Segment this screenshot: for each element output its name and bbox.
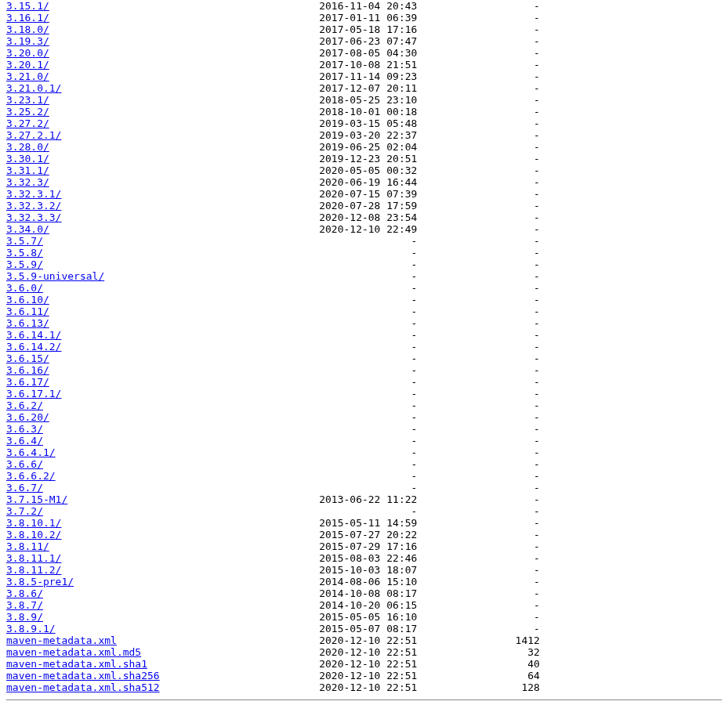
listing-link[interactable]: 3.5.9-universal/ [6,270,104,282]
listing-link[interactable]: 3.20.1/ [6,59,49,70]
listing-link[interactable]: 3.6.14.2/ [6,341,61,352]
listing-link[interactable]: 3.6.6/ [6,458,43,470]
listing-link[interactable]: 3.19.3/ [6,35,49,47]
listing-link[interactable]: 3.21.0.1/ [6,82,61,94]
listing-link[interactable]: 3.6.17/ [6,376,49,388]
listing-link[interactable]: maven-metadata.xml.sha256 [6,670,160,681]
listing-link[interactable]: 3.32.3.3/ [6,211,61,223]
listing-link[interactable]: 3.5.9/ [6,258,43,270]
listing-link[interactable]: 3.8.11.2/ [6,564,61,576]
listing-link[interactable]: 3.8.10.2/ [6,529,61,540]
listing-link[interactable]: maven-metadata.xml [6,634,117,646]
listing-link[interactable]: 3.6.0/ [6,282,43,294]
listing-link[interactable]: 3.6.20/ [6,411,49,423]
footer-divider [6,700,722,700]
listing-link[interactable]: 3.32.3.1/ [6,188,61,200]
listing-link[interactable]: 3.7.2/ [6,505,43,517]
listing-link[interactable]: 3.32.3.2/ [6,200,61,211]
listing-link[interactable]: 3.31.1/ [6,164,49,176]
listing-link[interactable]: 3.7.15-M1/ [6,493,67,505]
listing-link[interactable]: 3.18.0/ [6,23,49,35]
listing-link[interactable]: 3.6.15/ [6,352,49,364]
listing-link[interactable]: 3.32.3/ [6,176,49,188]
listing-link[interactable]: 3.8.7/ [6,599,43,611]
listing-link[interactable]: 3.6.3/ [6,423,43,435]
listing-link[interactable]: 3.16.1/ [6,12,49,23]
listing-link[interactable]: 3.6.13/ [6,317,49,329]
listing-link[interactable]: 3.8.5-pre1/ [6,576,74,587]
listing-link[interactable]: 3.23.1/ [6,94,49,106]
listing-link[interactable]: 3.8.9.1/ [6,623,56,634]
listing-link[interactable]: maven-metadata.xml.sha512 [6,681,160,693]
listing-link[interactable]: 3.8.9/ [6,611,43,623]
listing-link[interactable]: 3.8.11.1/ [6,552,61,564]
listing-link[interactable]: 3.6.4.1/ [6,446,56,458]
listing-link[interactable]: 3.28.0/ [6,141,49,153]
listing-link[interactable]: maven-metadata.xml.md5 [6,646,141,658]
listing-link[interactable]: 3.6.4/ [6,435,43,446]
listing-link[interactable]: 3.6.11/ [6,305,49,317]
listing-link[interactable]: 3.5.7/ [6,235,43,247]
listing-link[interactable]: 3.8.6/ [6,587,43,599]
listing-link[interactable]: 3.8.10.1/ [6,517,61,529]
listing-link[interactable]: 3.6.10/ [6,294,49,305]
listing-link[interactable]: 3.6.6.2/ [6,470,56,482]
listing-link[interactable]: 3.20.0/ [6,47,49,59]
listing-link[interactable]: 3.25.2/ [6,106,49,117]
listing-link[interactable]: 3.27.2/ [6,117,49,129]
listing-link[interactable]: 3.30.1/ [6,153,49,164]
listing-link[interactable]: 3.6.16/ [6,364,49,376]
directory-listing: 3.15.1/ 2016-11-04 20:43 - 3.16.1/ 2017-… [0,0,728,700]
listing-link[interactable]: 3.6.14.1/ [6,329,61,341]
listing-link[interactable]: 3.21.0/ [6,70,49,82]
listing-link[interactable]: 3.15.1/ [6,0,49,12]
listing-link[interactable]: 3.6.17.1/ [6,388,61,399]
listing-link[interactable]: 3.5.8/ [6,247,43,258]
listing-link[interactable]: maven-metadata.xml.sha1 [6,658,147,670]
listing-link[interactable]: 3.8.11/ [6,540,49,552]
listing-link[interactable]: 3.6.2/ [6,399,43,411]
listing-link[interactable]: 3.27.2.1/ [6,129,61,141]
listing-link[interactable]: 3.6.7/ [6,482,43,493]
listing-body: 3.15.1/ 2016-11-04 20:43 - 3.16.1/ 2017-… [6,0,722,693]
listing-link[interactable]: 3.34.0/ [6,223,49,235]
